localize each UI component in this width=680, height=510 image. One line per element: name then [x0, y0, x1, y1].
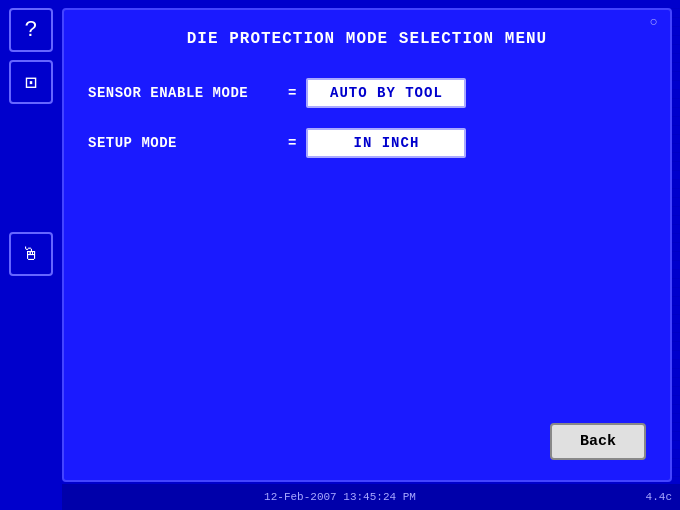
status-datetime: 12-Feb-2007 13:45:24 PM	[264, 491, 416, 503]
help-icon: ?	[24, 18, 37, 43]
camera-button[interactable]: ⊡	[9, 60, 53, 104]
setup-mode-value[interactable]: IN INCH	[306, 128, 466, 158]
close-icon[interactable]: ○	[650, 14, 658, 30]
sidebar: ? ⊡ 🖱	[0, 0, 62, 510]
page-title: DIE PROTECTION MODE SELECTION MENU	[88, 30, 646, 48]
status-version: 4.4c	[646, 491, 672, 503]
setup-mode-row: SETUP MODE = IN INCH	[88, 128, 646, 158]
sensor-enable-mode-row: SENSOR ENABLE MODE = AUTO BY TOOL	[88, 78, 646, 108]
setup-mode-equals: =	[288, 135, 296, 151]
camera-icon: ⊡	[25, 70, 37, 95]
status-bar: IDLE 12-Feb-2007 13:45:24 PM 4.4c	[0, 484, 680, 510]
main-panel: ○ DIE PROTECTION MODE SELECTION MENU SEN…	[62, 8, 672, 482]
menu-button[interactable]: 🖱	[9, 232, 53, 276]
back-button[interactable]: Back	[550, 423, 646, 460]
setup-mode-label: SETUP MODE	[88, 135, 288, 151]
menu-icon: 🖱	[22, 244, 40, 265]
sensor-enable-mode-label: SENSOR ENABLE MODE	[88, 85, 288, 101]
sensor-enable-mode-value[interactable]: AUTO BY TOOL	[306, 78, 466, 108]
help-button[interactable]: ?	[9, 8, 53, 52]
sensor-enable-mode-equals: =	[288, 85, 296, 101]
